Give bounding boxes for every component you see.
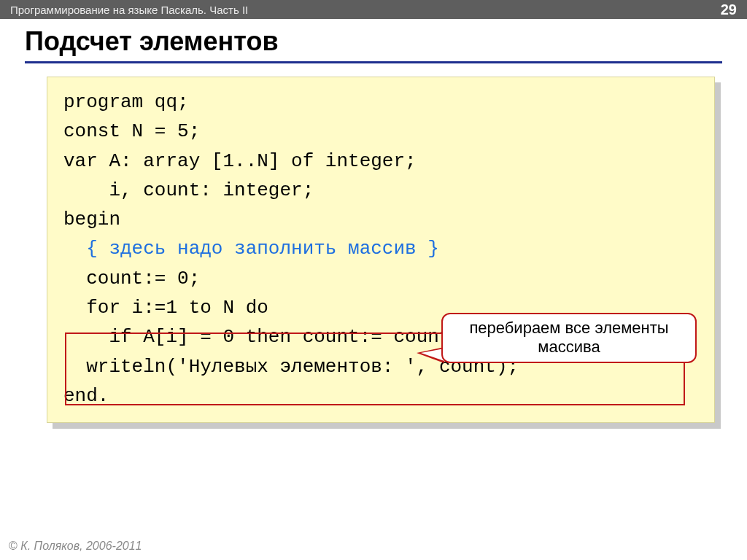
code-line: var A: array [1..N] of integer; [63,147,698,176]
code-line: const N = 5; [63,117,698,146]
code-comment: { здесь надо заполнить массив } [63,234,698,263]
callout-bubble: перебираем все элементы массива [441,313,697,363]
code-line: end. [63,381,698,411]
footer: © К. Поляков, 2006-2011 [9,540,142,553]
copyright-symbol: © [9,540,18,552]
code-block: program qq; const N = 5; var A: array [1… [47,77,715,423]
header-subtitle: Программирование на языке Паскаль. Часть… [10,4,248,16]
slide-title: Подсчет элементов [25,26,722,63]
footer-text: К. Поляков, 2006-2011 [18,540,142,552]
page-number: 29 [721,1,737,18]
code-line: i, count: integer; [63,176,698,205]
code-line: begin [63,205,698,234]
header-bar: Программирование на языке Паскаль. Часть… [0,0,747,19]
slide-content: Подсчет элементов program qq; const N = … [0,19,747,423]
code-line: program qq; [63,88,698,117]
code-line: count:= 0; [63,264,698,293]
code-container: program qq; const N = 5; var A: array [1… [47,77,715,423]
